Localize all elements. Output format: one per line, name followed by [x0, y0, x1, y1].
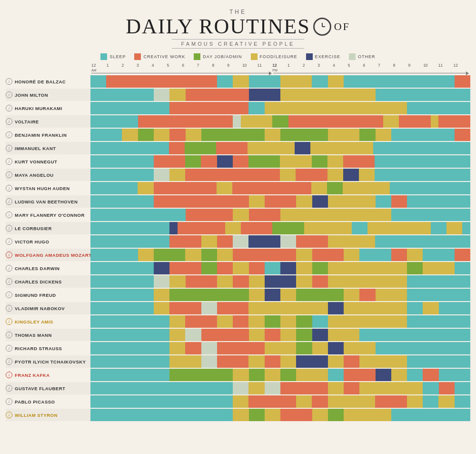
- seg: [248, 102, 264, 114]
- tick-9: 9: [227, 63, 242, 72]
- info-icon-beethoven[interactable]: i: [6, 198, 12, 205]
- seg: [233, 369, 248, 381]
- info-icon-murakami[interactable]: i: [6, 105, 12, 111]
- seg: [201, 235, 217, 248]
- info-icon-voltaire[interactable]: i: [6, 118, 12, 125]
- info-icon-oconnor[interactable]: i: [6, 212, 12, 218]
- sleep-swatch: [100, 53, 107, 60]
- info-icon-kafka[interactable]: i: [6, 372, 12, 378]
- seg: [233, 315, 248, 328]
- seg: [169, 142, 185, 154]
- info-icon-lecorbusier[interactable]: i: [6, 225, 12, 232]
- bars-picasso: [90, 395, 470, 408]
- seg: [154, 169, 169, 181]
- seg: [438, 115, 470, 128]
- info-icon-nabokov[interactable]: i: [6, 305, 12, 312]
- tick-2pm: 2: [303, 63, 318, 72]
- seg: [169, 129, 185, 141]
- info-icon-picasso[interactable]: i: [6, 398, 12, 405]
- other-label: OTHER: [358, 54, 376, 59]
- label-freud: i SIGMUND FREUD: [6, 289, 90, 301]
- tick-3: 3: [137, 63, 152, 72]
- title-area: THE DAILY ROUTINES OF FAMOUS CREATIVE PE…: [0, 9, 476, 49]
- seg: [186, 275, 217, 288]
- info-icon-vonnegut[interactable]: i: [6, 158, 12, 165]
- seg: [90, 142, 169, 154]
- info-icon-styron[interactable]: i: [6, 412, 12, 418]
- seg: [248, 235, 280, 248]
- seg: [431, 222, 446, 234]
- seg: [233, 209, 248, 221]
- seg: [201, 329, 249, 341]
- seg: [90, 222, 169, 234]
- seg: [296, 395, 312, 408]
- seg: [248, 302, 327, 314]
- seg: [296, 169, 327, 181]
- info-icon-darwin[interactable]: i: [6, 265, 12, 272]
- bars-angelou: [90, 169, 470, 181]
- seg: [217, 262, 233, 274]
- info-icon-strauss[interactable]: i: [6, 345, 12, 352]
- info-icon-dickens[interactable]: i: [6, 278, 12, 285]
- info-icon-hugo[interactable]: i: [6, 238, 12, 245]
- info-icon-mann[interactable]: i: [6, 332, 12, 338]
- info-icon-balzac[interactable]: i: [6, 78, 12, 85]
- seg: [312, 249, 344, 261]
- info-icon-milton[interactable]: i: [6, 91, 12, 98]
- seg: [376, 369, 391, 381]
- label-voltaire: i VOLTAIRE: [6, 115, 90, 128]
- seg: [312, 195, 328, 208]
- seg: [90, 315, 169, 328]
- seg: [399, 115, 430, 128]
- sleep-label: SLEEP: [109, 54, 126, 59]
- seg: [280, 262, 296, 274]
- seg: [280, 315, 296, 328]
- seg: [217, 75, 233, 88]
- seg: [328, 355, 344, 368]
- bars-murakami: [90, 102, 470, 114]
- dayjob-label: DAY JOB/ADMIN: [203, 54, 242, 59]
- tick-8pm: 8: [393, 63, 408, 72]
- seg: [90, 89, 154, 101]
- bars-vonnegut: [90, 155, 470, 168]
- seg: [90, 382, 233, 394]
- seg: [233, 235, 248, 248]
- seg: [265, 289, 280, 301]
- info-icon-auden[interactable]: i: [6, 185, 12, 192]
- legend-exercise: EXERCISE: [306, 53, 341, 60]
- bars-voltaire: [90, 115, 470, 128]
- seg: [138, 129, 154, 141]
- info-icon-flaubert[interactable]: i: [6, 385, 12, 392]
- label-kafka: i FRANZ KAFKA: [6, 369, 90, 381]
- info-icon-kant[interactable]: i: [6, 145, 12, 151]
- title-the: THE: [0, 9, 476, 15]
- seg: [296, 249, 312, 261]
- seg: [446, 222, 462, 234]
- seg: [90, 369, 169, 381]
- row-freud: i SIGMUND FREUD: [6, 289, 470, 301]
- tick-5: 5: [167, 63, 182, 72]
- exercise-label: EXERCISE: [315, 54, 341, 59]
- seg: [423, 382, 438, 394]
- seg: [344, 342, 375, 354]
- tick-4pm: 4: [333, 63, 348, 72]
- info-icon-tchaikovsky[interactable]: i: [6, 358, 12, 365]
- seg: [154, 302, 169, 314]
- info-icon-angelou[interactable]: i: [6, 172, 12, 178]
- seg: [169, 342, 185, 354]
- info-icon-mozart[interactable]: i: [6, 252, 12, 258]
- seg: [169, 262, 201, 274]
- name-strauss: RICHARD STRAUSS: [15, 346, 62, 351]
- tick-10pm: 10: [423, 63, 438, 72]
- tick-9pm: 9: [408, 63, 423, 72]
- seg: [106, 75, 217, 88]
- seg: [217, 342, 265, 354]
- seg: [169, 235, 201, 248]
- info-icon-freud[interactable]: i: [6, 292, 12, 298]
- seg: [375, 235, 470, 248]
- seg: [169, 302, 201, 314]
- seg: [265, 382, 280, 394]
- info-icon-amis[interactable]: i: [6, 318, 12, 325]
- name-angelou: MAYA ANGELOU: [15, 172, 54, 178]
- info-icon-franklin[interactable]: i: [6, 131, 12, 138]
